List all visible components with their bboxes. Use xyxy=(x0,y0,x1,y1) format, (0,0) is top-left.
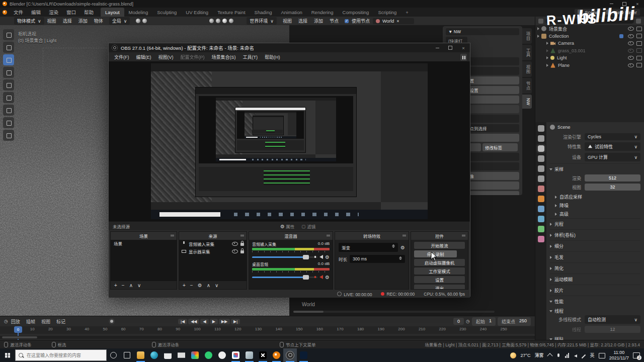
ime-indicator[interactable]: 英 xyxy=(590,352,595,358)
outliner-row[interactable]: Plane xyxy=(535,62,644,69)
cursor-tool[interactable] xyxy=(3,42,14,53)
obs-preview-canvas[interactable] xyxy=(109,61,470,221)
speaker-icon[interactable] xyxy=(319,275,323,279)
sampling-subsection[interactable]: 高级 xyxy=(555,210,640,218)
add-workspace-button[interactable]: + xyxy=(401,8,413,17)
current-frame-field[interactable]: 0 xyxy=(453,318,464,325)
transport-button[interactable]: ▶▶ xyxy=(219,319,230,324)
expand-icon[interactable] xyxy=(537,27,539,30)
properties-tab-icon[interactable] xyxy=(538,216,544,222)
properties-tab-icon[interactable] xyxy=(538,236,544,242)
orientation-dropdown[interactable]: 全局∨ xyxy=(109,17,130,25)
transform-tool[interactable] xyxy=(3,92,14,103)
control-button[interactable]: 退出 xyxy=(414,285,465,289)
search-input[interactable] xyxy=(26,352,103,358)
taskbar-app-icon[interactable] xyxy=(134,348,147,362)
add-primitive-tool[interactable] xyxy=(3,130,14,141)
world-datablock-field[interactable]: World × xyxy=(373,18,414,24)
node-wrangler-control[interactable]: ▼ NW xyxy=(446,28,519,35)
node-editor-scrollbar[interactable] xyxy=(293,311,495,313)
obs-menu-item[interactable]: 编辑(E) xyxy=(133,54,155,60)
controls-dock-title[interactable]: 控件 xyxy=(411,232,468,240)
render-visibility-icon[interactable] xyxy=(636,56,642,60)
channel-gear-icon[interactable]: ⚙ xyxy=(325,275,330,280)
workspace-tab[interactable]: Layout xyxy=(101,8,124,17)
workspace-tab[interactable]: Texture Paint xyxy=(213,8,250,17)
properties-tab-icon[interactable] xyxy=(538,206,544,212)
transport-button[interactable]: ◀ xyxy=(200,319,208,324)
scenes-toolbar-button[interactable]: ∧ xyxy=(129,283,133,288)
outliner-row[interactable]: grass_03.001 xyxy=(535,47,644,55)
timeline-ruler[interactable]: 0102030405060708090100110120130140150160… xyxy=(0,326,535,334)
node-wrangler-control[interactable]: 修改标签 xyxy=(482,143,518,151)
sidebar-tab[interactable]: 节点 xyxy=(522,78,532,94)
rotate-tool[interactable] xyxy=(3,67,14,78)
shader-menu-item[interactable]: 视图 xyxy=(280,18,295,24)
workspace-tab[interactable]: Scripting xyxy=(373,8,401,17)
taskbar-app-icon[interactable] xyxy=(297,348,310,362)
tiles-subsection[interactable]: 拼贴 xyxy=(550,335,640,340)
hide-eye-icon[interactable] xyxy=(628,41,634,45)
source-list-item[interactable]: 音频输入采集 xyxy=(179,240,247,247)
workspace-tab[interactable]: Modeling xyxy=(124,8,153,17)
timeline-menu-item[interactable]: 标记 xyxy=(56,318,65,325)
move-tool[interactable] xyxy=(3,54,14,65)
taskbar-app-icon[interactable] xyxy=(229,348,243,362)
properties-section[interactable]: 体积(卷标) xyxy=(550,229,640,240)
hide-eye-icon[interactable] xyxy=(628,56,634,60)
properties-section[interactable]: 细分 xyxy=(550,240,640,251)
expand-icon[interactable] xyxy=(537,35,539,38)
scenes-dock-title[interactable]: 场景 xyxy=(111,232,177,240)
obs-menu-item[interactable]: 配置文件(P) xyxy=(177,54,208,60)
engine-dropdown[interactable]: Cycles∨ xyxy=(585,133,640,140)
obs-menu-item[interactable]: 视图(V) xyxy=(155,54,177,60)
unlink-icon[interactable]: × xyxy=(396,19,399,24)
filter-icon[interactable] xyxy=(636,19,641,24)
volume-slider[interactable] xyxy=(252,256,317,258)
hide-eye-icon[interactable] xyxy=(628,34,634,38)
start-frame-field[interactable]: 起始1 xyxy=(472,317,496,326)
workspace-tab[interactable]: Compositing xyxy=(338,8,374,17)
weather-temp[interactable]: 27°C xyxy=(520,353,530,358)
expand-icon[interactable] xyxy=(546,56,548,59)
annotate-tool[interactable] xyxy=(3,105,14,116)
shader-type-dropdown[interactable]: 世界环境∨ xyxy=(247,17,277,25)
transport-button[interactable]: ▶| xyxy=(231,319,240,324)
outliner-row[interactable]: Light xyxy=(535,54,644,62)
outliner-row[interactable]: Collection xyxy=(535,33,644,40)
properties-section[interactable]: 毛发 xyxy=(550,251,640,262)
shader-menu-item[interactable]: 选择 xyxy=(295,18,310,24)
volume-slider[interactable] xyxy=(252,277,317,278)
shader-menu-item[interactable]: 节点 xyxy=(327,18,342,24)
viewport-menu-item[interactable]: 视图 xyxy=(44,18,59,24)
obs-maximize-button[interactable] xyxy=(444,43,457,52)
source-properties-button[interactable]: ⚙ 属性 xyxy=(280,223,294,229)
speaker-icon[interactable] xyxy=(319,255,323,259)
transition-dropdown[interactable]: 渐变 xyxy=(339,243,398,252)
taskbar-search[interactable] xyxy=(15,349,107,361)
source-lock-icon[interactable] xyxy=(240,243,244,246)
properties-tab-icon[interactable] xyxy=(538,155,544,162)
render-visibility-icon[interactable] xyxy=(636,27,642,31)
sources-toolbar-button[interactable]: + xyxy=(183,283,186,288)
start-button[interactable] xyxy=(0,348,15,362)
taskbar-app-icon[interactable] xyxy=(270,348,283,362)
render-samples-field[interactable]: 512 xyxy=(585,174,640,182)
properties-tab-icon[interactable] xyxy=(538,186,544,192)
source-visibility-icon[interactable] xyxy=(232,249,238,253)
control-button[interactable]: 开始推流 xyxy=(414,242,465,249)
scenes-toolbar-button[interactable]: − xyxy=(122,283,125,288)
taskbar-app-icon[interactable] xyxy=(120,348,134,362)
channel-gear-icon[interactable]: ⚙ xyxy=(325,254,330,260)
blender-menu-item[interactable]: 文件 xyxy=(10,9,27,16)
control-button[interactable]: 工作室模式 xyxy=(414,267,465,275)
viewport-samples-field[interactable]: 32 xyxy=(585,184,640,191)
properties-section[interactable]: 光程 xyxy=(550,218,640,229)
obs-menu-item[interactable]: 场景集合(S) xyxy=(208,54,239,60)
taskbar-app-icon[interactable] xyxy=(175,348,188,362)
editor-type-icon[interactable] xyxy=(538,19,543,24)
sidebar-tab[interactable]: 视图 xyxy=(522,61,532,77)
sampling-subsection[interactable]: 自适应采样 xyxy=(555,193,640,201)
sampling-subsection[interactable]: 降噪 xyxy=(555,201,640,210)
snap-tools[interactable] xyxy=(135,19,148,23)
